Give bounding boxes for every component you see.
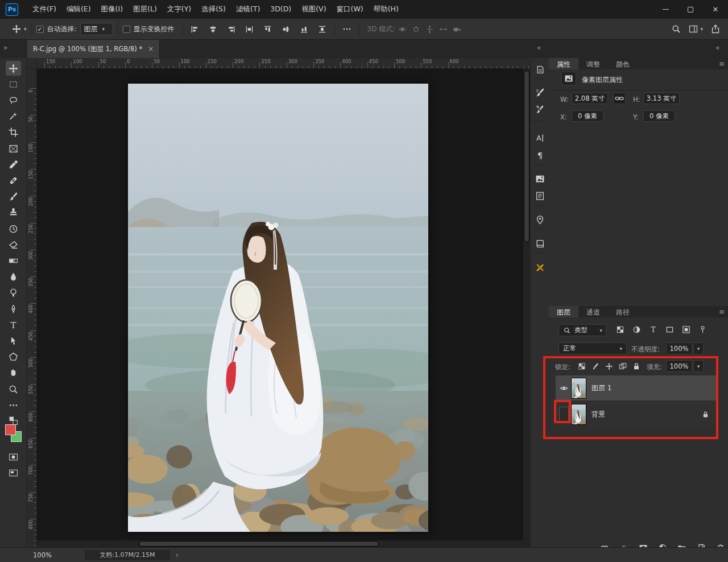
camera-3d-icon[interactable] <box>453 25 461 34</box>
quick-mask-mode-button[interactable] <box>6 449 21 464</box>
magic-wand-tool-button[interactable] <box>6 109 21 124</box>
opacity-chevron-button[interactable]: ▾ <box>693 342 704 354</box>
eraser-tool-button[interactable] <box>6 237 21 252</box>
move-tool-button[interactable] <box>6 61 21 76</box>
horizontal-scrollbar-thumb[interactable] <box>139 542 378 546</box>
brushes-panel-button[interactable] <box>533 102 547 117</box>
shape-tool-button[interactable] <box>6 350 21 365</box>
menu-item-3[interactable]: 图层(L) <box>128 2 162 16</box>
properties-tab[interactable]: 调整 <box>578 58 608 69</box>
current-tool-button[interactable] <box>9 22 24 36</box>
tool-preset-chevron-icon[interactable]: ▾ <box>24 26 27 32</box>
y-field[interactable]: 0 像素 <box>643 110 675 122</box>
fill-field[interactable]: 100% <box>666 360 692 372</box>
edit-toolbar-button[interactable] <box>6 398 21 412</box>
paragraph-panel-button[interactable]: ¶ <box>533 148 547 162</box>
distribute-h-button[interactable] <box>242 22 257 36</box>
gradient-tool-button[interactable] <box>6 253 21 268</box>
workspace-icon[interactable] <box>689 24 698 34</box>
horizontal-ruler[interactable]: 1501005005010015020025030035040045050055… <box>37 58 530 69</box>
screen-mode-button[interactable] <box>6 465 21 480</box>
menu-item-10[interactable]: 帮助(H) <box>369 2 404 16</box>
panel-menu-icon[interactable]: ≡ <box>719 308 725 316</box>
layers-tab[interactable]: 路径 <box>608 306 638 317</box>
brush-settings-panel-button[interactable] <box>533 85 547 100</box>
eyedropper-tool-button[interactable] <box>6 157 21 172</box>
opacity-field[interactable]: 100% <box>666 342 692 354</box>
filter-smart-object-button[interactable] <box>680 324 692 334</box>
layers-tab[interactable]: 通道 <box>578 306 608 317</box>
chevron-down-icon[interactable]: ▾ <box>700 26 703 32</box>
roll-3d-icon[interactable] <box>412 25 420 34</box>
distribute-v-button[interactable] <box>315 22 330 36</box>
lasso-tool-button[interactable] <box>6 93 21 108</box>
layer-row-layer-1[interactable]: 图层 1 <box>556 375 718 400</box>
layer-row-background[interactable]: 背景 <box>556 402 718 427</box>
link-dimensions-button[interactable] <box>613 93 626 104</box>
zoom-level-field[interactable]: 100% <box>33 551 52 559</box>
foreground-color-swatch[interactable] <box>5 424 16 435</box>
lock-artboard-button[interactable] <box>617 361 628 371</box>
layers-tab[interactable]: 图层 <box>549 306 578 317</box>
toolbar-expand-chevron[interactable]: » <box>3 44 7 52</box>
pen-tool-button[interactable] <box>6 301 21 316</box>
maximize-button[interactable] <box>678 0 703 19</box>
menu-item-1[interactable]: 编辑(E) <box>61 2 96 16</box>
zoom-tool-button[interactable] <box>6 382 21 396</box>
layer-thumbnail[interactable] <box>572 404 586 424</box>
canvas-pasteboard[interactable] <box>37 69 523 547</box>
libraries-panel-button[interactable] <box>533 172 547 186</box>
menu-item-5[interactable]: 选择(S) <box>196 2 231 16</box>
layer-thumbnail[interactable] <box>572 378 586 398</box>
align-top-button[interactable] <box>260 22 275 36</box>
lock-transparent-button[interactable] <box>576 361 588 371</box>
lock-position-button[interactable] <box>603 361 615 371</box>
path-select-tool-button[interactable] <box>6 333 21 348</box>
panel-collapse-chevron[interactable]: « <box>715 44 719 52</box>
x-field[interactable]: 0 像素 <box>572 110 603 122</box>
history-brush-tool-button[interactable] <box>6 221 21 236</box>
marquee-tool-button[interactable] <box>6 77 21 92</box>
blur-tool-button[interactable] <box>6 270 21 284</box>
filter-latch-button[interactable] <box>697 324 708 334</box>
document-tab[interactable]: R-C.jpg @ 100% (图层 1, RGB/8) * × <box>27 40 160 58</box>
ruler-origin-corner[interactable] <box>27 58 37 69</box>
canvas-image[interactable] <box>128 84 428 532</box>
layer-name[interactable]: 图层 1 <box>592 383 611 393</box>
align-center-h-button[interactable] <box>206 22 221 36</box>
width-field[interactable]: 2.08 英寸 <box>572 93 608 104</box>
vertical-scrollbar-thumb[interactable] <box>524 71 529 242</box>
pan-3d-icon[interactable] <box>425 25 434 34</box>
menu-item-7[interactable]: 3D(D) <box>265 2 296 16</box>
hand-tool-button[interactable] <box>6 366 21 381</box>
auto-select-checkbox[interactable]: ✓ <box>36 26 44 33</box>
align-middle-v-button[interactable] <box>279 22 293 36</box>
dodge-tool-button[interactable] <box>6 286 21 300</box>
healing-brush-tool-button[interactable] <box>6 173 21 188</box>
plugin-panel-button[interactable] <box>533 261 547 275</box>
layer-visibility-toggle[interactable] <box>556 407 572 422</box>
height-field[interactable]: 3.13 英寸 <box>643 93 680 104</box>
status-chevron-icon[interactable]: › <box>176 551 179 559</box>
lock-all-button[interactable] <box>631 361 642 371</box>
panel-collapse-chevron[interactable]: « <box>537 44 541 52</box>
history-panel-button[interactable] <box>533 63 547 77</box>
layer-visibility-toggle[interactable] <box>556 384 572 392</box>
orbit-3d-icon[interactable] <box>398 25 407 34</box>
align-right-button[interactable] <box>224 22 239 36</box>
close-button[interactable]: ✕ <box>703 0 728 19</box>
menu-item-4[interactable]: 文字(Y) <box>162 2 196 16</box>
more-align-options-button[interactable] <box>340 22 354 36</box>
share-icon[interactable] <box>711 24 720 34</box>
menu-item-9[interactable]: 窗口(W) <box>332 2 369 16</box>
clone-stamp-tool-button[interactable] <box>6 205 21 220</box>
vertical-scrollbar[interactable] <box>523 69 530 547</box>
vertical-ruler[interactable]: 0501001502002503003504004505005506006507… <box>27 69 37 547</box>
menu-item-6[interactable]: 滤镜(T) <box>231 2 265 16</box>
menu-item-2[interactable]: 图像(I) <box>96 2 128 16</box>
panel-menu-icon[interactable]: ≡ <box>719 60 725 68</box>
minimize-button[interactable] <box>653 0 678 19</box>
lock-pixels-button[interactable] <box>590 361 601 371</box>
blend-mode-dropdown[interactable]: 正常 ▾ <box>559 342 627 354</box>
align-bottom-button[interactable] <box>297 22 312 36</box>
